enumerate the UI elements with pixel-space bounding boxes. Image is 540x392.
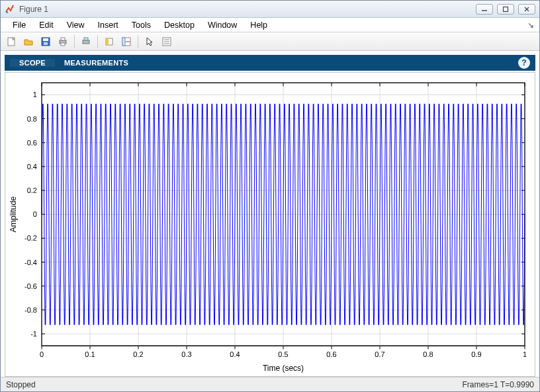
svg-text:0.4: 0.4 xyxy=(27,163,37,171)
statusbar: Stopped Frames=1 T=0.9990 xyxy=(1,377,539,391)
tab-measurements[interactable]: MEASUREMENTS xyxy=(55,59,138,67)
dock-icon[interactable]: ↘ xyxy=(527,20,534,30)
layout-icon[interactable] xyxy=(118,34,134,49)
svg-rect-14 xyxy=(106,38,109,45)
status-left: Stopped xyxy=(6,380,36,389)
properties-icon[interactable] xyxy=(159,34,175,49)
toolbar-separator xyxy=(138,35,138,48)
menu-file[interactable]: File xyxy=(6,19,32,31)
svg-text:0.2: 0.2 xyxy=(133,350,143,358)
menu-help[interactable]: Help xyxy=(244,19,274,31)
svg-text:0.2: 0.2 xyxy=(27,186,37,194)
svg-rect-7 xyxy=(44,42,48,45)
svg-text:-1: -1 xyxy=(30,330,37,338)
menu-insert[interactable]: Insert xyxy=(91,19,125,31)
print-icon[interactable] xyxy=(55,34,71,49)
svg-rect-11 xyxy=(83,40,89,44)
ribbon: SCOPE MEASUREMENTS ? xyxy=(5,55,535,71)
status-right: Frames=1 T=0.9990 xyxy=(462,380,534,389)
help-icon[interactable]: ? xyxy=(518,57,530,69)
svg-rect-10 xyxy=(61,43,65,46)
window-controls xyxy=(476,4,535,15)
svg-text:0.8: 0.8 xyxy=(423,350,433,358)
menubar: File Edit View Insert Tools Desktop Wind… xyxy=(1,18,539,32)
figure-window: Figure 1 File Edit View Insert Tools Des… xyxy=(0,0,540,392)
menu-view[interactable]: View xyxy=(60,19,91,31)
svg-text:Amplitude: Amplitude xyxy=(9,196,18,233)
svg-rect-17 xyxy=(122,38,125,46)
svg-rect-9 xyxy=(61,38,65,40)
svg-text:0: 0 xyxy=(33,210,37,218)
print-preview-icon[interactable] xyxy=(78,34,94,49)
menu-desktop[interactable]: Desktop xyxy=(158,19,201,31)
highlight-block-icon[interactable] xyxy=(101,34,117,49)
svg-text:0.8: 0.8 xyxy=(27,115,37,123)
svg-text:-0.8: -0.8 xyxy=(24,306,37,314)
svg-text:-0.6: -0.6 xyxy=(24,282,37,290)
svg-text:0.9: 0.9 xyxy=(471,350,481,358)
close-button[interactable] xyxy=(518,4,535,15)
svg-text:0.4: 0.4 xyxy=(230,350,240,358)
svg-text:1: 1 xyxy=(33,91,37,98)
signal-chart: 00.10.20.30.40.50.60.70.80.91-1-0.8-0.6-… xyxy=(5,73,535,376)
menu-edit[interactable]: Edit xyxy=(32,19,60,31)
cursor-icon[interactable] xyxy=(142,34,158,49)
svg-rect-1 xyxy=(504,7,508,11)
toolbar-separator xyxy=(97,35,98,48)
tab-scope[interactable]: SCOPE xyxy=(10,59,55,67)
svg-text:-0.4: -0.4 xyxy=(24,258,37,266)
svg-text:0: 0 xyxy=(40,350,44,358)
svg-text:0.1: 0.1 xyxy=(85,350,95,358)
svg-rect-6 xyxy=(43,38,48,41)
plot-area[interactable]: 00.10.20.30.40.50.60.70.80.91-1-0.8-0.6-… xyxy=(5,72,535,377)
svg-text:1: 1 xyxy=(523,350,527,358)
svg-rect-12 xyxy=(84,38,88,40)
save-icon[interactable] xyxy=(38,34,54,49)
svg-text:0.6: 0.6 xyxy=(326,350,336,358)
window-title: Figure 1 xyxy=(19,5,476,14)
svg-text:0.5: 0.5 xyxy=(278,350,288,358)
toolbar xyxy=(1,32,539,51)
menu-tools[interactable]: Tools xyxy=(125,19,158,31)
menu-window[interactable]: Window xyxy=(201,19,244,31)
svg-text:-0.2: -0.2 xyxy=(24,234,37,242)
maximize-button[interactable] xyxy=(497,4,514,15)
titlebar: Figure 1 xyxy=(1,1,539,18)
minimize-button[interactable] xyxy=(476,4,493,15)
new-figure-icon[interactable] xyxy=(3,34,19,49)
toolbar-separator xyxy=(74,35,75,48)
open-icon[interactable] xyxy=(21,34,36,49)
svg-text:0.3: 0.3 xyxy=(181,350,191,358)
svg-text:0.6: 0.6 xyxy=(27,139,37,147)
svg-text:Time (secs): Time (secs) xyxy=(263,364,304,373)
matlab-icon xyxy=(5,4,15,15)
svg-text:0.7: 0.7 xyxy=(375,350,384,358)
